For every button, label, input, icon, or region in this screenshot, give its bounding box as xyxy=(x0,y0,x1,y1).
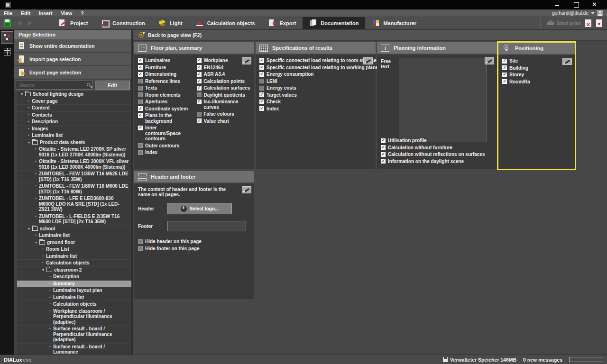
pdf-output-icon[interactable] xyxy=(596,19,602,27)
rail-table-button[interactable] xyxy=(1,46,13,58)
checkbox[interactable] xyxy=(138,113,143,118)
rail-page-selection-button[interactable] xyxy=(1,31,13,44)
edit-specifications-button[interactable] xyxy=(363,57,373,64)
checkbox[interactable] xyxy=(138,65,143,70)
tree-item[interactable]: ▾ · Surface result - board / Luminance xyxy=(17,344,131,355)
tree-expand-icon[interactable]: ▾ xyxy=(35,240,39,245)
tree-item[interactable]: ▾ · Description xyxy=(17,273,131,281)
messages-status[interactable]: 0 new messages xyxy=(523,357,562,363)
checkbox[interactable] xyxy=(259,79,264,83)
checkbox[interactable] xyxy=(502,65,507,70)
undo-button[interactable] xyxy=(14,17,25,29)
mode-tab[interactable]: Export xyxy=(262,17,303,29)
checkbox[interactable] xyxy=(138,92,143,97)
checkbox[interactable] xyxy=(138,72,143,77)
checkbox[interactable] xyxy=(138,100,143,104)
checkbox[interactable] xyxy=(381,152,386,157)
tree-item[interactable]: ▾ · Surface result - board / Perpendicul… xyxy=(17,326,131,344)
tree-item[interactable]: ▾ · Oktalite - Sistema LED 2700K SP silv… xyxy=(17,146,131,158)
checkbox[interactable] xyxy=(259,86,264,91)
mode-tab[interactable]: Light xyxy=(152,17,189,29)
tree-item[interactable]: ▾ · Images xyxy=(17,126,131,133)
tree-expand-icon[interactable]: ▾ xyxy=(28,226,32,231)
tree-item[interactable]: ▾ · Room List xyxy=(17,246,131,253)
tree-item[interactable]: ▾ · Luminaire list xyxy=(17,253,131,260)
tree-item[interactable]: ▾ · ZUMTOBEL - FEW 1/80W T16 M600 LDE [S… xyxy=(17,183,131,195)
checkbox[interactable] xyxy=(502,59,507,64)
redo-button[interactable] xyxy=(25,17,35,29)
tree-item[interactable]: ▾ · Workplane classroom / Perpendicular … xyxy=(17,308,131,326)
pdf-cancel-icon[interactable] xyxy=(585,19,591,27)
checkbox[interactable] xyxy=(138,150,143,155)
checkbox[interactable] xyxy=(259,106,264,111)
tree-item[interactable]: ▾ · school xyxy=(17,226,131,233)
back-to-page-view-button[interactable]: Back to page view (F2) xyxy=(133,30,607,41)
tree-item[interactable]: ▾ · ZUMTOBEL - FEW 1/35W T16 M625 LDE [S… xyxy=(17,171,131,183)
mode-tab[interactable]: Construction xyxy=(94,17,151,29)
tree-expand-icon[interactable]: ▾ xyxy=(42,267,46,273)
checkbox[interactable] xyxy=(197,65,202,70)
tree-item[interactable]: ▾ · Summary xyxy=(17,281,131,288)
checkbox[interactable] xyxy=(381,159,386,164)
edit-header-footer-button[interactable] xyxy=(242,186,251,193)
search-input[interactable] xyxy=(16,81,92,89)
edit-positioning-button[interactable] xyxy=(562,58,572,65)
tree-item[interactable]: ▾ · Luminaire layout plan xyxy=(17,287,131,294)
mode-tab[interactable]: Documentation xyxy=(303,17,365,29)
checkbox[interactable] xyxy=(138,143,143,148)
checkbox[interactable] xyxy=(197,86,202,91)
checkbox[interactable] xyxy=(197,118,202,123)
select-logo-button[interactable]: Select logo... xyxy=(167,203,232,214)
mode-tab[interactable]: Project xyxy=(52,17,94,29)
free-text-area[interactable] xyxy=(399,58,487,142)
checkbox[interactable] xyxy=(138,246,143,251)
tree-item[interactable]: ▾ · classroom 2 xyxy=(17,267,131,274)
checkbox[interactable] xyxy=(259,100,264,104)
minimize-button[interactable] xyxy=(554,1,561,8)
checkbox[interactable] xyxy=(138,126,143,130)
account-menu[interactable]: gerhardt@dial.de xyxy=(552,10,603,16)
checkbox[interactable] xyxy=(197,100,202,104)
checkbox[interactable] xyxy=(259,72,264,77)
edit-pages-button[interactable]: Edit xyxy=(95,81,130,90)
menu-item[interactable]: View xyxy=(61,10,73,16)
tree-item[interactable]: ▾ · ZUMTOBEL - LFE E LED3600-830 M600Q L… xyxy=(17,195,131,213)
menu-item[interactable]: Edit xyxy=(21,10,30,16)
checkbox[interactable] xyxy=(138,58,143,63)
tree-item[interactable]: ▾ · Luminaire list xyxy=(17,132,131,139)
tree-expand-icon[interactable]: ▾ xyxy=(21,91,25,97)
checkbox[interactable] xyxy=(381,145,386,150)
checkbox[interactable] xyxy=(259,92,264,97)
tree-item[interactable]: ▾ · Content xyxy=(17,105,131,112)
page-selection-action[interactable]: Import page selection xyxy=(14,53,131,66)
tree-item[interactable]: ▾ · Luminaire list xyxy=(17,294,131,301)
mode-tab[interactable]: Manufacturer xyxy=(365,17,423,29)
checkbox[interactable] xyxy=(259,65,264,70)
save-button[interactable] xyxy=(0,17,14,29)
checkbox[interactable] xyxy=(502,73,507,77)
checkbox[interactable] xyxy=(197,79,202,83)
tree-item[interactable]: ▾ · School lighting design xyxy=(17,91,131,98)
tree-item[interactable]: ▾ · Luminaire list xyxy=(17,232,131,239)
checkbox[interactable] xyxy=(138,239,143,244)
edit-planning-info-button[interactable] xyxy=(485,57,494,64)
checkbox[interactable] xyxy=(381,138,386,143)
page-selection-action[interactable]: Export page selection xyxy=(14,66,131,79)
tree-item[interactable]: ▾ · ZUMTOBEL - L-FIELDS E 2/35W T16 M600… xyxy=(17,213,131,226)
checkbox[interactable] xyxy=(259,58,264,63)
mode-tab[interactable]: Calculation objects xyxy=(189,17,262,29)
tree-item[interactable]: ▾ · Calculation objects xyxy=(17,260,131,267)
checkbox[interactable] xyxy=(197,72,202,77)
checkbox[interactable] xyxy=(197,112,202,117)
tree-item[interactable]: ▾ · Cover page xyxy=(17,98,131,105)
menu-item[interactable]: File xyxy=(4,10,12,16)
footer-input[interactable] xyxy=(167,221,246,231)
menu-item[interactable]: Insert xyxy=(39,10,53,16)
tree-item[interactable]: ▾ · ground floor xyxy=(17,239,131,246)
close-button[interactable] xyxy=(592,1,598,8)
maximize-button[interactable] xyxy=(573,1,579,8)
checkbox[interactable] xyxy=(138,86,143,91)
tree-expand-icon[interactable]: ▾ xyxy=(28,140,32,145)
checkbox[interactable] xyxy=(502,79,507,84)
tree-item[interactable]: ▾ · Description xyxy=(17,118,131,126)
